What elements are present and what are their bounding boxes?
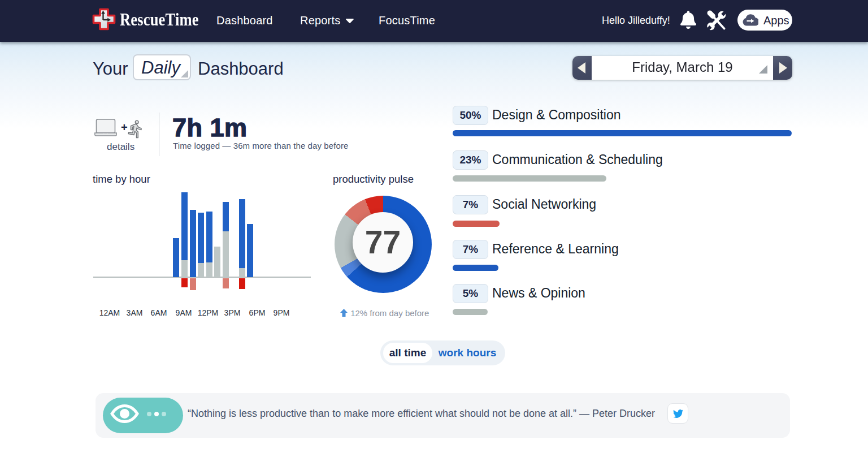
svg-text:+: + [121, 121, 128, 133]
